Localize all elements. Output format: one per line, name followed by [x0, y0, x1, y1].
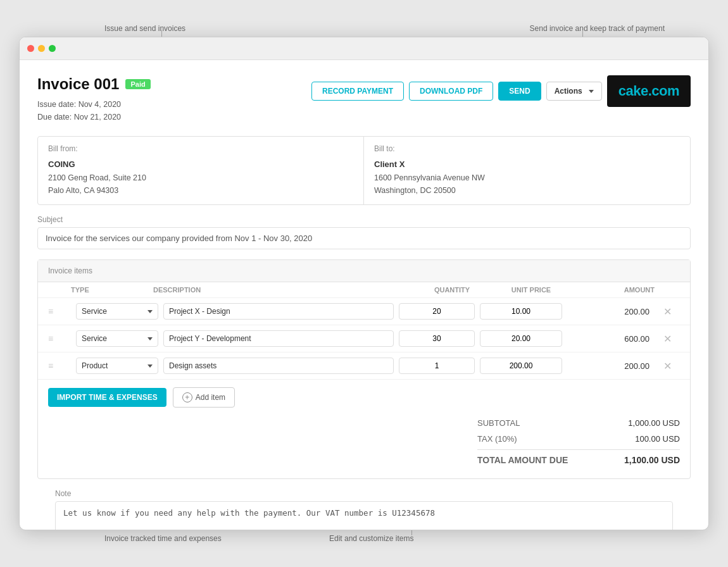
subtotal-row: SUBTOTAL 1,000.00 USD — [477, 415, 680, 431]
drag-handle-icon[interactable]: ≡ — [48, 306, 71, 316]
subtotal-label: SUBTOTAL — [477, 418, 520, 428]
amount-cell-1: 200.00 — [567, 307, 650, 316]
send-button[interactable]: SEND — [498, 82, 541, 101]
download-pdf-button[interactable]: DOWNLOAD PDF — [409, 82, 493, 101]
bill-from-company: COING — [48, 159, 353, 169]
company-logo: cake.com — [607, 75, 691, 107]
type-select-1[interactable]: Service — [76, 303, 158, 320]
bill-to-label: Bill to: — [374, 144, 680, 153]
invoice-title: Invoice 001 Paid — [37, 75, 151, 93]
drag-handle-icon[interactable]: ≡ — [48, 361, 71, 371]
annotation-top-right: Send invoice and keep track of payment — [530, 24, 665, 33]
logo-text: cake.com — [618, 83, 679, 99]
chevron-down-icon — [147, 337, 153, 340]
table-row: ≡ Product 200.00 ✕ — [38, 352, 690, 380]
record-payment-button[interactable]: RECORD PAYMENT — [311, 82, 404, 101]
maximize-dot[interactable] — [49, 45, 56, 52]
due-date: Due date: Nov 21, 2020 — [37, 111, 151, 123]
type-select-3[interactable]: Product — [76, 358, 158, 374]
close-dot[interactable] — [27, 45, 34, 52]
quantity-input-1[interactable] — [399, 303, 475, 320]
bill-to-company: Client X — [374, 159, 680, 169]
type-select-2[interactable]: Service — [76, 330, 158, 347]
minimize-dot[interactable] — [38, 45, 45, 52]
tax-value: 100.00 USD — [604, 434, 680, 444]
bill-section: Bill from: COING 2100 Geng Road, Suite 2… — [37, 136, 691, 205]
invoice-actions: RECORD PAYMENT DOWNLOAD PDF SEND Actions… — [311, 75, 691, 107]
invoice-container: Invoice 001 Paid Issue date: Nov 4, 2020… — [20, 60, 708, 530]
annotation-bottom-left: Invoice tracked time and expenses — [104, 534, 222, 543]
table-row: ≡ Service 600.00 ✕ — [38, 325, 690, 352]
note-label: Note — [55, 489, 673, 498]
items-columns-header: TYPE DESCRIPTION QUANTITY UNIT PRICE AMO… — [38, 282, 690, 298]
col-unit-price: UNIT PRICE — [490, 286, 572, 294]
note-input[interactable]: Let us know if you need any help with th… — [55, 501, 673, 530]
bill-to-col: Bill to: Client X 1600 Pennsylvania Aven… — [364, 137, 690, 204]
amount-cell-2: 600.00 — [567, 334, 650, 344]
remove-item-button-2[interactable]: ✕ — [655, 333, 680, 345]
actions-button[interactable]: Actions — [546, 82, 602, 101]
unit-price-input-3[interactable] — [480, 358, 562, 374]
quantity-input-3[interactable] — [399, 358, 475, 374]
annotation-bottom-center: Edit and customize items — [329, 534, 413, 543]
items-footer: IMPORT TIME & EXPENSES + Add item — [38, 380, 690, 415]
total-due-value: 1,100.00 USD — [604, 455, 680, 465]
tax-label: TAX (10%) — [477, 434, 517, 444]
description-input-3[interactable] — [163, 358, 394, 374]
items-header: Invoice items — [38, 260, 690, 282]
add-item-button[interactable]: + Add item — [173, 387, 235, 408]
bill-from-col: Bill from: COING 2100 Geng Road, Suite 2… — [38, 137, 364, 204]
total-due-label: TOTAL AMOUNT DUE — [477, 455, 568, 465]
browser-window: Invoice 001 Paid Issue date: Nov 4, 2020… — [19, 37, 709, 530]
col-type: TYPE — [71, 286, 153, 294]
invoice-header: Invoice 001 Paid Issue date: Nov 4, 2020… — [37, 75, 691, 123]
invoice-dates: Issue date: Nov 4, 2020 Due date: Nov 21… — [37, 98, 151, 123]
invoice-items-section: Invoice items TYPE DESCRIPTION QUANTITY … — [37, 259, 691, 479]
description-input-1[interactable] — [163, 303, 394, 320]
subject-section: Subject — [37, 215, 691, 249]
remove-item-button-3[interactable]: ✕ — [655, 360, 680, 372]
totals-section: SUBTOTAL 1,000.00 USD TAX (10%) 100.00 U… — [38, 415, 690, 478]
browser-titlebar — [20, 37, 708, 60]
note-section: Note Let us know if you need any help wi… — [55, 489, 673, 530]
bill-to-address: 1600 Pennsylvania Avenue NW Washington, … — [374, 171, 680, 197]
import-time-expenses-button[interactable]: IMPORT TIME & EXPENSES — [48, 388, 166, 407]
invoice-title-section: Invoice 001 Paid Issue date: Nov 4, 2020… — [37, 75, 151, 123]
totals-table: SUBTOTAL 1,000.00 USD TAX (10%) 100.00 U… — [477, 415, 680, 468]
plus-circle-icon: + — [182, 392, 192, 402]
quantity-input-2[interactable] — [399, 330, 475, 347]
chevron-down-icon — [147, 310, 153, 313]
subtotal-value: 1,000.00 USD — [604, 418, 680, 428]
total-due-row: TOTAL AMOUNT DUE 1,100.00 USD — [477, 449, 680, 468]
issue-date: Issue date: Nov 4, 2020 — [37, 98, 151, 111]
subject-label: Subject — [37, 215, 691, 224]
amount-cell-3: 200.00 — [567, 361, 650, 371]
tax-row: TAX (10%) 100.00 USD — [477, 431, 680, 447]
chevron-down-icon — [147, 364, 153, 368]
description-input-2[interactable] — [163, 330, 394, 347]
col-quantity: QUANTITY — [414, 286, 490, 294]
chevron-down-icon — [589, 90, 594, 93]
subject-input[interactable] — [37, 227, 691, 249]
bill-from-address: 2100 Geng Road, Suite 210 Palo Alto, CA … — [48, 171, 353, 197]
drag-handle-icon[interactable]: ≡ — [48, 333, 71, 344]
paid-badge: Paid — [125, 79, 150, 89]
col-amount: AMOUNT — [572, 286, 655, 294]
unit-price-input-1[interactable] — [480, 303, 562, 320]
remove-item-button-1[interactable]: ✕ — [655, 306, 680, 318]
annotation-top-left: Issue and send invoices — [104, 24, 185, 33]
unit-price-input-2[interactable] — [480, 330, 562, 347]
table-row: ≡ Service 200.00 ✕ — [38, 298, 690, 325]
bill-from-label: Bill from: — [48, 144, 353, 153]
col-description: DESCRIPTION — [153, 286, 414, 294]
